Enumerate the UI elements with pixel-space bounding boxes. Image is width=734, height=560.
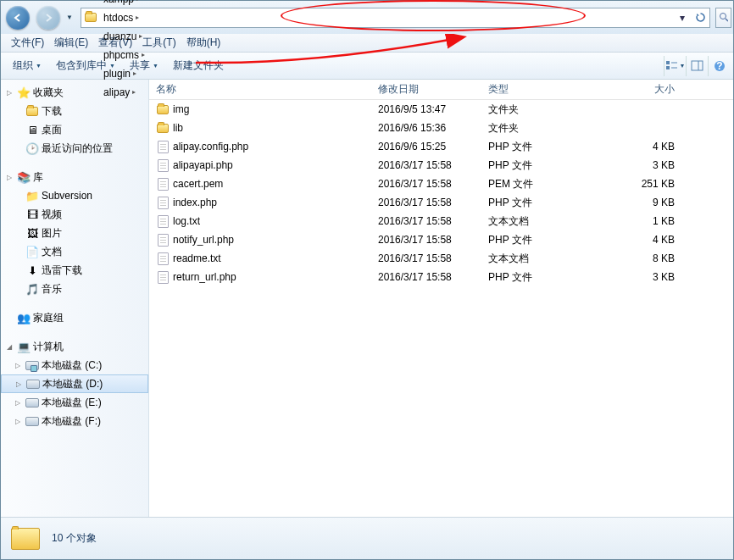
view-mode-button[interactable]: ▼	[664, 56, 686, 76]
pictures-icon: 🖼	[25, 225, 40, 241]
table-row[interactable]: index.php2016/3/17 15:58PHP 文件9 KB	[149, 193, 733, 212]
file-icon	[156, 158, 170, 172]
history-dropdown[interactable]: ▼	[64, 9, 75, 26]
new-folder-button[interactable]: 新建文件夹	[168, 55, 229, 76]
preview-icon	[691, 60, 703, 71]
tree-videos[interactable]: 🎞视频	[1, 205, 148, 224]
homegroup-label: 家庭组	[33, 311, 64, 325]
nav-forward-button[interactable]	[36, 6, 60, 30]
drive-icon	[25, 413, 40, 429]
svg-line-1	[726, 19, 728, 21]
arrow-right-icon	[43, 13, 53, 23]
tree-xunlei[interactable]: ⬇迅雷下载	[1, 261, 148, 280]
file-type: PHP 文件	[481, 233, 607, 247]
file-date: 2016/9/6 15:25	[371, 141, 481, 152]
computer-label: 计算机	[33, 340, 64, 354]
file-size: 3 KB	[607, 271, 692, 283]
tree-drive-e[interactable]: ▷本地磁盘 (E:)	[1, 393, 148, 412]
table-row[interactable]: img2016/9/5 13:47文件夹	[149, 100, 733, 119]
chevron-right-icon: ▸	[139, 32, 142, 40]
breadcrumb-item[interactable]: duanzu▸	[100, 27, 173, 46]
computer-icon: 💻	[16, 339, 31, 354]
col-name[interactable]: 名称	[149, 82, 371, 97]
col-type[interactable]: 类型	[481, 82, 607, 97]
nav-back-button[interactable]	[6, 6, 30, 30]
chevron-right-icon: ▸	[136, 14, 139, 21]
address-bar[interactable]: ▸计算机▸本地磁盘 (D:)▸xampp▸htdocs▸duanzu▸phpcm…	[81, 8, 710, 28]
search-box[interactable]	[715, 8, 731, 28]
file-type: 文本文档	[481, 214, 607, 229]
tree-drive-f[interactable]: ▷本地磁盘 (F:)	[1, 412, 148, 430]
include-label: 包含到库中	[56, 58, 107, 73]
desktop-icon: 🖥	[25, 122, 40, 137]
file-size: 4 KB	[607, 141, 692, 152]
tree-drive-c[interactable]: ▷本地磁盘 (C:)	[1, 356, 148, 374]
breadcrumb-item[interactable]: alipay▸	[100, 83, 173, 102]
drive-d-label: 本地磁盘 (D:)	[42, 377, 103, 391]
tree-computer[interactable]: ◢💻计算机	[1, 337, 148, 356]
file-size: 251 KB	[607, 178, 692, 190]
drive-c-label: 本地磁盘 (C:)	[42, 358, 102, 373]
tree-homegroup[interactable]: 👥家庭组	[1, 308, 148, 327]
drive-icon	[25, 395, 40, 410]
documents-label: 文档	[42, 245, 62, 259]
table-row[interactable]: log.txt2016/3/17 15:58文本文档1 KB	[149, 212, 733, 230]
file-name: notify_url.php	[173, 234, 234, 246]
file-icon	[156, 252, 170, 265]
file-list-pane[interactable]: 名称 修改日期 类型 大小 img2016/9/5 13:47文件夹lib201…	[149, 80, 733, 517]
search-icon	[719, 12, 728, 23]
file-type: 文件夹	[481, 103, 607, 117]
xunlei-icon: ⬇	[25, 263, 40, 278]
music-icon: 🎵	[25, 281, 40, 297]
nav-pane[interactable]: ▷⭐收藏夹 下载 🖥桌面 🕑最近访问的位置 ▷📚库 📁Subversion 🎞视…	[1, 80, 149, 517]
table-row[interactable]: notify_url.php2016/3/17 15:58PHP 文件4 KB	[149, 230, 733, 249]
tree-subversion[interactable]: 📁Subversion	[1, 186, 148, 205]
file-name: img	[173, 103, 189, 115]
table-row[interactable]: alipay.config.php2016/9/6 15:25PHP 文件4 K…	[149, 137, 733, 156]
address-dropdown-button[interactable]: ▾	[672, 8, 691, 27]
pictures-label: 图片	[42, 226, 62, 241]
file-size: 4 KB	[607, 234, 692, 246]
organize-button[interactable]: 组织▼	[8, 55, 47, 76]
table-row[interactable]: readme.txt2016/3/17 15:58文本文档8 KB	[149, 249, 733, 268]
breadcrumb-item[interactable]: plugin▸	[100, 64, 173, 83]
drive-e-label: 本地磁盘 (E:)	[42, 396, 102, 410]
menu-edit[interactable]: 编辑(E)	[49, 34, 93, 52]
file-name: alipay.config.php	[173, 141, 248, 152]
refresh-button[interactable]	[691, 8, 709, 27]
tree-desktop[interactable]: 🖥桌面	[1, 120, 148, 139]
tree-music[interactable]: 🎵音乐	[1, 280, 148, 298]
tree-documents[interactable]: 📄文档	[1, 242, 148, 261]
newfolder-label: 新建文件夹	[173, 58, 224, 73]
table-row[interactable]: alipayapi.php2016/3/17 15:58PHP 文件3 KB	[149, 156, 733, 175]
file-date: 2016/3/17 15:58	[371, 178, 481, 190]
breadcrumb-item[interactable]: htdocs▸	[100, 8, 173, 27]
preview-pane-button[interactable]	[686, 56, 708, 76]
tree-recent[interactable]: 🕑最近访问的位置	[1, 139, 148, 158]
tree-libraries[interactable]: ▷📚库	[1, 168, 148, 186]
menu-file[interactable]: 文件(F)	[6, 34, 49, 52]
tree-downloads[interactable]: 下载	[1, 102, 148, 120]
file-type: PHP 文件	[481, 140, 607, 154]
col-date[interactable]: 修改日期	[371, 82, 481, 97]
file-icon	[156, 196, 170, 209]
menu-help[interactable]: 帮助(H)	[181, 34, 226, 52]
organize-label: 组织	[13, 58, 33, 73]
file-date: 2016/3/17 15:58	[371, 159, 481, 171]
refresh-icon	[695, 12, 706, 23]
table-row[interactable]: lib2016/9/6 15:36文件夹	[149, 119, 733, 137]
chevron-right-icon: ▸	[132, 88, 136, 96]
breadcrumb-item[interactable]: xampp▸	[100, 0, 173, 8]
col-size[interactable]: 大小	[607, 82, 692, 97]
help-button[interactable]: ?	[708, 56, 730, 76]
tree-drive-d[interactable]: ▷本地磁盘 (D:)	[1, 374, 148, 393]
tree-pictures[interactable]: 🖼图片	[1, 224, 148, 242]
table-row[interactable]: return_url.php2016/3/17 15:58PHP 文件3 KB	[149, 268, 733, 286]
chevron-right-icon: ▸	[136, 0, 140, 3]
file-size: 3 KB	[607, 159, 692, 171]
breadcrumb-item[interactable]: phpcms▸	[100, 46, 173, 64]
explorer-window: ▼ ▸计算机▸本地磁盘 (D:)▸xampp▸htdocs▸duanzu▸php…	[0, 0, 734, 560]
status-bar: 10 个对象	[1, 517, 733, 559]
subversion-label: Subversion	[42, 190, 92, 202]
table-row[interactable]: cacert.pem2016/3/17 15:58PEM 文件251 KB	[149, 175, 733, 193]
